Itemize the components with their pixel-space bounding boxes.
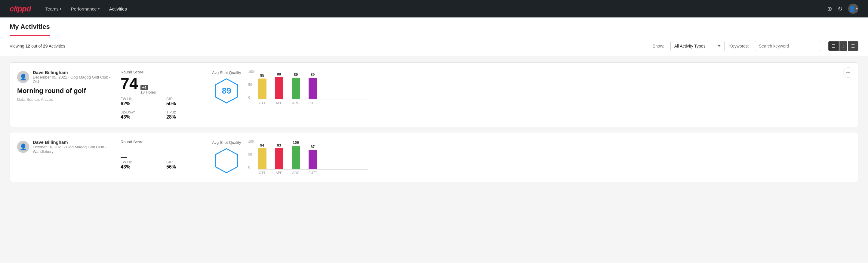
x-label: APP	[275, 171, 283, 175]
chart-column: 93	[275, 143, 283, 169]
card-left: 👤 Dave Billingham December 05, 2021 · Go…	[17, 70, 114, 102]
chart-value: 106	[293, 141, 299, 145]
list-view-button[interactable]: ☰	[828, 41, 839, 51]
chart-value: 85	[260, 74, 264, 78]
user-row: 👤 Dave Billingham December 05, 2021 · Go…	[17, 70, 114, 84]
compact-view-button[interactable]: ☰	[848, 41, 858, 51]
x-label: ARG	[292, 101, 300, 105]
activities-list: 👤 Dave Billingham December 05, 2021 · Go…	[0, 56, 868, 188]
card-left: 👤 Dave Billingham October 16, 2021 · Gog…	[17, 140, 114, 156]
activity-title: Morning round of golf	[17, 87, 114, 95]
card-quality: Avg Shot Quality 100500 94 93 106 87 OTT…	[212, 140, 368, 175]
shot-quality-container: Avg Shot Quality 89	[212, 70, 241, 105]
activity-card: 👤 Dave Billingham October 16, 2021 · Gog…	[10, 132, 858, 182]
mini-stats: FW Hit 43% GIR 56%	[121, 160, 205, 170]
score-row	[121, 145, 205, 158]
card-quality: Avg Shot Quality 89 100500 85 90 89 89 O…	[212, 70, 368, 105]
chart-column: 106	[292, 141, 300, 169]
grid-view-icon: ⁝	[843, 43, 844, 49]
chart-bar	[309, 150, 317, 169]
edit-button[interactable]: ✏	[843, 67, 853, 78]
chart-column: 85	[258, 74, 267, 99]
show-label: Show:	[653, 43, 664, 49]
avatar: 👤	[17, 71, 29, 83]
gir-label: GIR	[166, 97, 205, 101]
fw-hit-value: 62%	[121, 101, 159, 107]
chart-bar	[292, 78, 300, 99]
user-avatar[interactable]: 👤 ▾	[848, 4, 858, 14]
chart-value: 87	[311, 145, 315, 149]
chart-bar	[292, 146, 300, 169]
edit-icon: ✏	[846, 70, 850, 75]
user-name: Dave Billingham	[33, 140, 114, 145]
one-putt-value: 28%	[166, 114, 205, 120]
fw-hit-label: FW Hit	[121, 97, 159, 101]
chart-value: 89	[311, 72, 315, 77]
shot-quality-container: Avg Shot Quality	[212, 140, 241, 174]
y-label: 50	[248, 83, 254, 86]
refresh-icon: ↻	[838, 5, 843, 12]
refresh-button[interactable]: ↻	[838, 5, 843, 12]
avg-shot-quality-label: Avg Shot Quality	[212, 70, 241, 75]
bar-chart: 100500 94 93 106 87 OTTAPPARGPUTT	[248, 140, 368, 175]
hexagon: 89	[213, 77, 240, 105]
page-header: My Activities	[0, 18, 868, 36]
avg-shot-quality-label: Avg Shot Quality	[212, 140, 241, 145]
round-score-label: Round Score	[121, 70, 205, 74]
gir-value: 56%	[166, 164, 205, 170]
view-toggles: ☰ ⁝ ☰	[828, 41, 858, 51]
activity-card: 👤 Dave Billingham December 05, 2021 · Go…	[10, 62, 858, 127]
navbar: clippd Teams ▾ Performance ▾ Activities …	[0, 0, 868, 18]
search-input[interactable]	[755, 41, 821, 51]
nav-item-performance[interactable]: Performance ▾	[71, 4, 99, 13]
chart-column: 94	[258, 143, 267, 169]
filter-bar: Viewing 12 out of 29 Activities Show: Al…	[0, 36, 868, 56]
chart-column: 89	[309, 72, 317, 99]
mini-stats: FW Hit 62% GIR 50% Up/Down 43% 1 Putt 28…	[121, 97, 205, 120]
big-score: 74	[121, 76, 138, 91]
nav-item-activities[interactable]: Activities	[109, 4, 127, 13]
chart-bar	[275, 77, 283, 99]
bar-chart: 100500 85 90 89 89 OTTAPPARGPUTT	[248, 70, 368, 105]
add-icon: ⊕	[827, 5, 832, 12]
x-label: APP	[275, 101, 283, 105]
y-label: 0	[248, 96, 254, 99]
chart-value: 93	[277, 143, 281, 147]
brand-logo[interactable]: clippd	[10, 4, 31, 13]
fw-hit-label: FW Hit	[121, 160, 159, 164]
x-label: OTT	[258, 101, 267, 105]
big-score	[121, 145, 127, 158]
compact-view-icon: ☰	[851, 43, 855, 49]
page-title: My Activities	[10, 18, 50, 36]
user-date: October 16, 2021 · Gog Magog Golf Club -…	[33, 145, 114, 154]
user-icon: 👤	[20, 143, 27, 150]
user-row: 👤 Dave Billingham October 16, 2021 · Gog…	[17, 140, 114, 154]
svg-marker-1	[215, 149, 238, 173]
chart-value: 89	[294, 72, 298, 77]
updown-label: Up/Down	[121, 110, 159, 114]
gir-label: GIR	[166, 160, 205, 164]
nav-item-teams[interactable]: Teams ▾	[45, 4, 61, 13]
chevron-down-icon: ▾	[60, 7, 61, 10]
chart-column: 89	[292, 72, 300, 99]
user-chevron-icon: ▾	[856, 7, 858, 11]
card-stats: Round Score 74 +4 18 Holes FW Hit 62% GI…	[121, 70, 205, 120]
y-label: 100	[248, 70, 254, 74]
chart-column: 87	[309, 145, 317, 169]
chart-column: 90	[275, 72, 283, 99]
user-icon: 👤	[20, 74, 27, 81]
chart-bar	[275, 148, 283, 169]
keywords-label: Keywords:	[730, 43, 749, 49]
x-label: PUTT	[309, 171, 317, 175]
y-label: 0	[248, 166, 254, 169]
grid-view-button[interactable]: ⁝	[839, 41, 847, 51]
user-icon: 👤	[849, 5, 856, 12]
chart-bar	[258, 79, 267, 99]
chart-value: 94	[260, 143, 264, 147]
x-label: ARG	[292, 171, 300, 175]
add-button[interactable]: ⊕	[827, 5, 832, 12]
activity-type-select[interactable]: All Activity TypesRoundPracticeOther	[671, 41, 724, 51]
x-label: OTT	[258, 171, 267, 175]
list-view-icon: ☰	[832, 43, 836, 49]
user-date: December 05, 2021 · Gog Magog Golf Club …	[33, 75, 114, 84]
